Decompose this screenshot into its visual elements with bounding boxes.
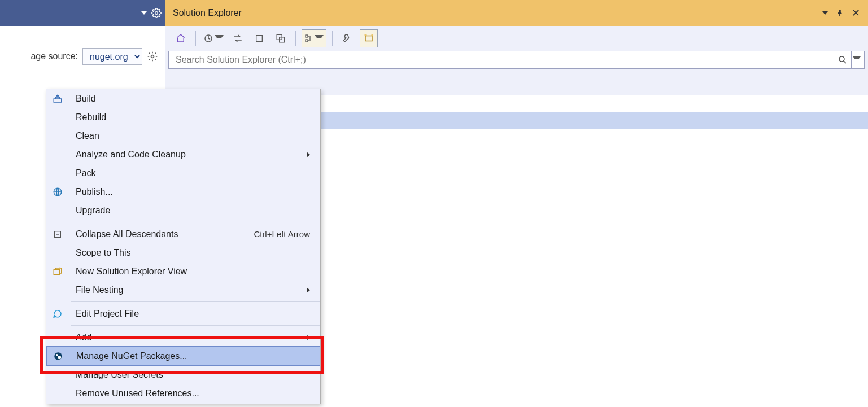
svg-point-15 bbox=[54, 352, 62, 360]
context-menu-item-label: Manage User Secrets bbox=[76, 370, 163, 380]
context-menu-item-label: Publish... bbox=[76, 187, 113, 197]
svg-point-8 bbox=[839, 56, 844, 62]
context-menu-item-label: Scope to This bbox=[76, 248, 131, 258]
context-menu-item-label: Clean bbox=[76, 131, 99, 141]
toolbar-options-gear-icon[interactable] bbox=[151, 8, 162, 18]
svg-rect-14 bbox=[54, 269, 60, 274]
svg-rect-2 bbox=[256, 36, 263, 42]
svg-point-10 bbox=[151, 55, 154, 58]
context-menu-separator bbox=[71, 325, 320, 326]
submenu-arrow-icon bbox=[307, 287, 310, 293]
context-menu-item[interactable]: Remove Unused References... bbox=[46, 384, 320, 402]
context-menu-item-label: Analyze and Code Cleanup bbox=[76, 150, 186, 160]
show-all-files-icon[interactable] bbox=[302, 29, 326, 47]
context-menu-shortcut: Ctrl+Left Arrow bbox=[254, 229, 310, 239]
switch-views-icon[interactable] bbox=[202, 29, 225, 47]
svg-point-16 bbox=[56, 353, 58, 356]
new-view-icon bbox=[52, 266, 63, 277]
project-context-menu: BuildRebuildCleanAnalyze and Code Cleanu… bbox=[46, 89, 321, 404]
search-input[interactable] bbox=[175, 54, 838, 65]
context-menu-item[interactable]: Clean bbox=[46, 126, 320, 145]
context-menu-item[interactable]: Manage User Secrets bbox=[46, 365, 320, 384]
context-menu-item-label: Remove Unused References... bbox=[76, 388, 199, 399]
refresh-icon[interactable] bbox=[250, 29, 268, 47]
solution-explorer-search[interactable] bbox=[168, 51, 865, 69]
context-menu-item[interactable]: Build bbox=[46, 89, 320, 108]
context-menu-item[interactable]: Edit Project File bbox=[46, 304, 320, 323]
svg-rect-7 bbox=[365, 36, 372, 41]
context-menu-item-label: Build bbox=[76, 94, 96, 104]
context-menu-item[interactable]: Rebuild bbox=[46, 108, 320, 126]
svg-rect-5 bbox=[306, 35, 308, 37]
context-menu-item[interactable]: Analyze and Code Cleanup bbox=[46, 145, 320, 164]
globe-icon bbox=[52, 186, 63, 198]
home-icon[interactable] bbox=[172, 29, 190, 47]
package-source-settings-gear-icon[interactable] bbox=[147, 51, 158, 62]
context-menu-separator bbox=[71, 222, 320, 222]
toolbar-options-dropdown-icon[interactable] bbox=[141, 11, 147, 15]
context-menu-item-label: File Nesting bbox=[76, 285, 123, 295]
submenu-arrow-icon bbox=[307, 335, 310, 340]
context-menu-item[interactable]: New Solution Explorer View bbox=[46, 262, 320, 281]
search-icon[interactable] bbox=[838, 55, 848, 65]
submenu-arrow-icon bbox=[307, 152, 310, 157]
sync-icon[interactable] bbox=[229, 29, 247, 47]
context-menu-item-label: Manage NuGet Packages... bbox=[76, 351, 187, 361]
toolbar-separator bbox=[295, 31, 296, 46]
context-menu-item-label: Collapse All Descendants bbox=[76, 229, 178, 239]
close-icon[interactable]: ✕ bbox=[852, 8, 860, 18]
properties-icon[interactable] bbox=[338, 29, 356, 47]
svg-point-0 bbox=[155, 12, 158, 15]
svg-point-17 bbox=[58, 356, 61, 359]
context-menu-item-label: Pack bbox=[76, 168, 96, 178]
context-menu-item-label: Upgrade bbox=[76, 205, 110, 216]
context-menu-item[interactable]: File Nesting bbox=[46, 281, 320, 299]
context-menu-separator bbox=[71, 301, 320, 302]
collapse-all-icon[interactable] bbox=[272, 29, 290, 47]
svg-rect-11 bbox=[54, 99, 62, 102]
titlebar-left bbox=[0, 0, 165, 26]
context-menu-item[interactable]: Upgrade bbox=[46, 201, 320, 220]
toolbar-separator bbox=[332, 31, 333, 46]
context-menu-item[interactable]: Add bbox=[46, 328, 320, 347]
context-menu-item[interactable]: Pack bbox=[46, 164, 320, 182]
context-menu-item[interactable]: Collapse All DescendantsCtrl+Left Arrow bbox=[46, 225, 320, 243]
toolbar-separator bbox=[195, 31, 196, 46]
context-menu-item[interactable]: Manage NuGet Packages... bbox=[46, 346, 320, 366]
nuget-icon bbox=[53, 351, 64, 362]
package-source-label: age source: bbox=[30, 51, 78, 62]
context-menu-item-label: New Solution Explorer View bbox=[76, 266, 187, 277]
context-menu-item[interactable]: Publish... bbox=[46, 182, 320, 201]
package-source-row: age source: nuget.org bbox=[0, 46, 165, 67]
window-position-dropdown-icon[interactable] bbox=[822, 11, 828, 15]
pin-icon[interactable] bbox=[836, 9, 844, 17]
solution-explorer-title: Solution Explorer bbox=[173, 8, 242, 18]
fragment-divider bbox=[0, 75, 46, 75]
context-menu-item-label: Edit Project File bbox=[76, 309, 139, 319]
solution-explorer-toolbar bbox=[165, 26, 868, 51]
search-options-dropdown-icon[interactable] bbox=[851, 51, 861, 68]
solution-explorer-header: Solution Explorer ✕ bbox=[165, 0, 868, 26]
svg-rect-6 bbox=[306, 40, 308, 42]
package-source-select[interactable]: nuget.org bbox=[82, 48, 142, 65]
preview-icon[interactable] bbox=[360, 29, 378, 47]
build-icon bbox=[52, 93, 63, 104]
context-menu-item[interactable]: Scope to This bbox=[46, 243, 320, 262]
context-menu-item-label: Rebuild bbox=[76, 112, 106, 122]
collapse-icon bbox=[52, 229, 63, 240]
context-menu-item-label: Add bbox=[76, 332, 91, 343]
edit-icon bbox=[52, 308, 63, 320]
